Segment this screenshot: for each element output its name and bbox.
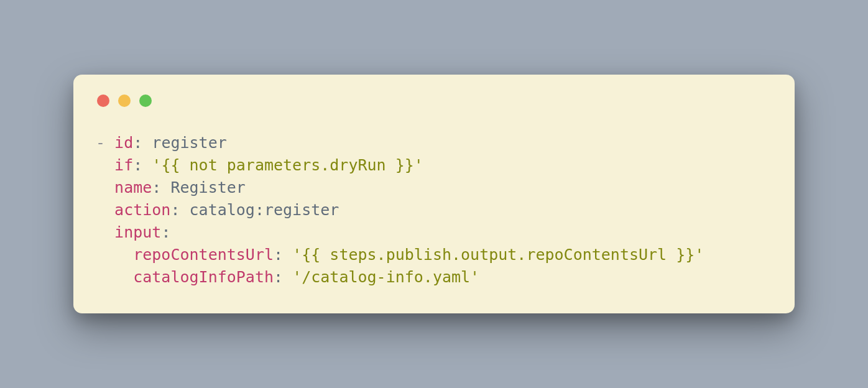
- code-window: - id: register if: '{{ not parameters.dr…: [73, 75, 795, 313]
- yaml-colon: :: [170, 201, 180, 219]
- window-traffic-lights: [96, 95, 772, 107]
- space: [283, 268, 292, 286]
- indent: [96, 156, 114, 174]
- close-icon[interactable]: [97, 95, 109, 107]
- yaml-key-repoContentsUrl: repoContentsUrl: [133, 246, 274, 264]
- yaml-colon: :: [133, 156, 142, 174]
- maximize-icon[interactable]: [139, 95, 152, 107]
- yaml-colon: :: [274, 246, 283, 264]
- space: [283, 246, 292, 264]
- yaml-value-if: '{{ not parameters.dryRun }}': [152, 156, 423, 174]
- yaml-colon: :: [161, 223, 170, 241]
- yaml-value-name: Register: [170, 178, 245, 196]
- space: [161, 178, 170, 196]
- yaml-colon: :: [152, 178, 161, 196]
- space: [142, 156, 152, 174]
- yaml-colon: :: [274, 268, 283, 286]
- yaml-colon: :: [255, 201, 264, 219]
- yaml-dash: -: [96, 134, 114, 152]
- yaml-value-repoContentsUrl: '{{ steps.publish.output.repoContentsUrl…: [292, 246, 704, 264]
- space: [180, 201, 189, 219]
- indent: [96, 201, 114, 219]
- indent: [96, 246, 133, 264]
- yaml-key-if: if: [114, 156, 133, 174]
- yaml-colon: :: [133, 134, 142, 152]
- indent: [96, 223, 114, 241]
- indent: [96, 268, 133, 286]
- yaml-value-action-ns: catalog: [190, 201, 255, 219]
- yaml-key-catalogInfoPath: catalogInfoPath: [133, 268, 274, 286]
- yaml-value-catalogInfoPath: '/catalog-info.yaml': [292, 268, 479, 286]
- indent: [96, 178, 114, 196]
- yaml-value-action-name: register: [264, 201, 339, 219]
- space: [142, 134, 152, 152]
- yaml-key-action: action: [114, 201, 170, 219]
- minimize-icon[interactable]: [118, 95, 131, 107]
- yaml-value-id: register: [152, 134, 226, 152]
- yaml-key-id: id: [114, 134, 133, 152]
- code-block: - id: register if: '{{ not parameters.dr…: [96, 132, 772, 289]
- yaml-key-name: name: [114, 178, 152, 196]
- yaml-key-input: input: [114, 223, 161, 241]
